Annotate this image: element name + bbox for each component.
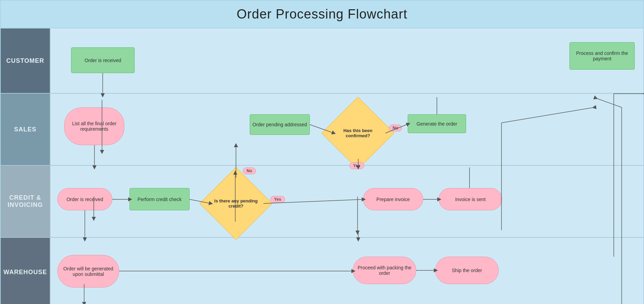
arrows-customer bbox=[50, 28, 643, 93]
node-confirmed-label: Has this been confirmed? bbox=[332, 127, 383, 140]
arrows-warehouse bbox=[50, 238, 643, 304]
node-credit-check: Perform credit check bbox=[129, 188, 190, 210]
lane-content-credit: Order is received Perform credit check I… bbox=[50, 166, 643, 237]
node-order-received-credit: Order is received bbox=[57, 188, 112, 210]
lane-content-warehouse: Order will be generated upon submittal P… bbox=[50, 238, 643, 304]
lane-label-credit: CREDIT & INVOICING bbox=[1, 166, 50, 237]
chart-title: Order Processing Flowchart bbox=[1, 1, 643, 28]
lane-label-customer: CUSTOMER bbox=[1, 28, 50, 93]
lane-content-customer: Order is received Process and confirm th… bbox=[50, 28, 643, 93]
node-confirmed-diamond: Has this been confirmed? bbox=[321, 97, 394, 169]
node-proceed-packing: Proceed with packing the order bbox=[353, 257, 416, 284]
lane-warehouse: WAREHOUSE Order will be generated upon s… bbox=[1, 238, 643, 304]
lane-label-warehouse: WAREHOUSE bbox=[1, 238, 50, 304]
node-pending-credit-label: Is there any pending credit? bbox=[211, 197, 261, 210]
node-process-confirm: Process and confirm the payment bbox=[569, 42, 635, 70]
node-order-pending: Order pending addressed bbox=[250, 114, 310, 135]
label-no-pending: No bbox=[243, 167, 256, 174]
node-generate-order: Generate the order bbox=[408, 114, 466, 133]
label-yes-pending: Yes bbox=[270, 196, 285, 203]
node-order-generated: Order will be generated upon submittal bbox=[57, 255, 119, 288]
lane-sales: SALES List all the final order requireme… bbox=[1, 94, 643, 166]
lane-label-sales: SALES bbox=[1, 94, 50, 165]
lane-content-sales: List all the final order requirements Or… bbox=[50, 94, 643, 165]
node-prepare-invoice: Prepare invoice bbox=[363, 188, 423, 210]
label-no-confirmed: No bbox=[389, 125, 402, 131]
node-order-received-customer: Order is received bbox=[71, 47, 135, 73]
node-pending-credit-diamond: Is there any pending credit? bbox=[200, 167, 272, 240]
node-ship-order: Ship the order bbox=[435, 257, 499, 284]
flowchart-container: Order Processing Flowchart CUSTOMER Orde… bbox=[0, 0, 644, 304]
node-invoice-sent: Invoice is sent bbox=[439, 188, 502, 210]
lanes-container: CUSTOMER Order is received Process and c… bbox=[1, 28, 643, 304]
lane-credit: CREDIT & INVOICING Order is received Per… bbox=[1, 166, 643, 238]
node-list-requirements: List all the final order requirements bbox=[64, 107, 124, 145]
lane-customer: CUSTOMER Order is received Process and c… bbox=[1, 28, 643, 94]
